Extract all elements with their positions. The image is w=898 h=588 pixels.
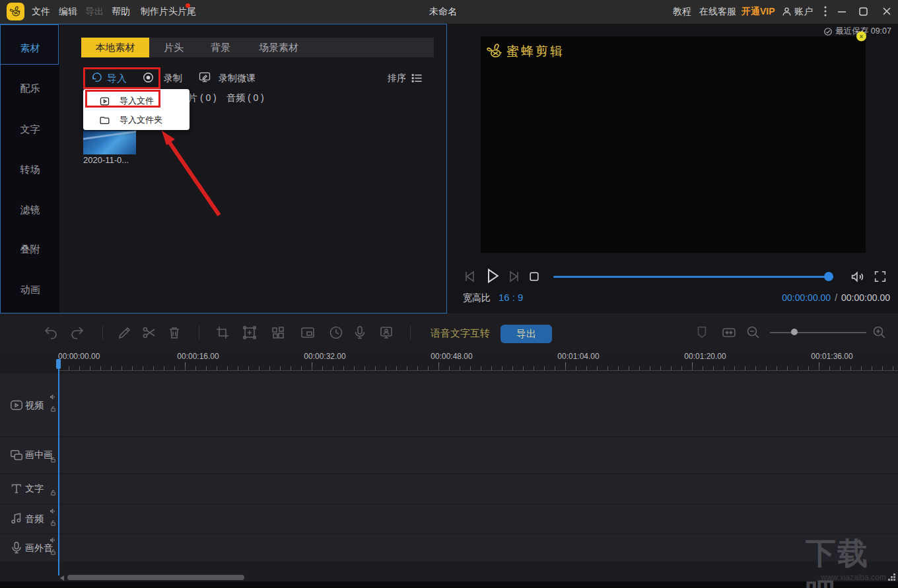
brand-watermark: 蜜蜂剪辑 xyxy=(486,42,565,60)
webcam-record-icon[interactable] xyxy=(378,325,394,341)
ruler-tick-label: 00:01:04.00 xyxy=(557,352,599,361)
resize-grip-icon[interactable] xyxy=(887,573,896,581)
horizontal-scrollbar[interactable] xyxy=(67,575,244,580)
aspect-ratio-label: 宽高比 xyxy=(463,292,491,303)
split-scissors-icon[interactable] xyxy=(141,325,157,341)
seek-bar[interactable] xyxy=(553,276,833,278)
track-text[interactable]: 文字 xyxy=(0,474,898,504)
close-window-button[interactable] xyxy=(882,7,891,16)
close-preview-overlay-button[interactable]: × xyxy=(856,32,866,42)
person-icon xyxy=(781,6,792,17)
current-time: 00:00:00.00 xyxy=(782,292,831,303)
aspect-ratio: 宽高比 16 : 9 xyxy=(463,292,523,304)
audio-track-icon xyxy=(9,511,24,526)
track-mute-icon[interactable] xyxy=(50,507,57,515)
maximize-button[interactable] xyxy=(859,7,868,16)
track-lock-icon[interactable] xyxy=(50,489,57,496)
text-track-icon xyxy=(9,482,24,496)
volume-icon[interactable] xyxy=(850,269,866,285)
voiceover-track-icon xyxy=(9,540,24,555)
ruler-tick-label: 00:00:16.00 xyxy=(177,352,219,361)
kebab-menu-icon[interactable] xyxy=(820,5,831,17)
timeline-zoom-handle[interactable] xyxy=(791,329,798,335)
next-frame-button[interactable] xyxy=(506,269,522,284)
video-track-icon xyxy=(9,398,24,412)
stop-button[interactable] xyxy=(528,270,541,283)
track-lock-icon[interactable] xyxy=(50,548,57,556)
play-button[interactable] xyxy=(482,266,502,286)
pip-track-icon xyxy=(9,448,24,463)
account-link[interactable]: 账户 xyxy=(794,6,813,18)
track-mute-icon[interactable] xyxy=(50,393,57,401)
mosaic-icon[interactable] xyxy=(270,325,286,341)
bee-icon xyxy=(486,42,504,60)
total-time: 00:00:00.00 xyxy=(841,292,890,303)
delete-trash-icon[interactable] xyxy=(166,325,182,341)
open-vip-link[interactable]: 开通VIP xyxy=(742,6,775,18)
preview-panel: 最近保存 09:07 蜜蜂剪辑 × xyxy=(447,24,898,313)
check-circle-icon xyxy=(823,27,833,36)
track-lock-icon[interactable] xyxy=(50,405,57,412)
ruler-tick-label: 00:01:36.00 xyxy=(811,352,852,361)
redo-icon[interactable] xyxy=(69,325,85,341)
timeline: 00:00:00.00 00:00:16.00 00:00:32.00 00:0… xyxy=(0,350,898,581)
playhead-line[interactable] xyxy=(58,360,59,575)
track-mute-icon[interactable] xyxy=(50,537,57,544)
timeline-zoom-slider[interactable] xyxy=(770,332,866,333)
annotation-arrow xyxy=(0,0,277,238)
track-video[interactable]: 视频 xyxy=(0,374,898,436)
voiceover-mic-icon[interactable] xyxy=(352,325,368,341)
pip-frame-icon[interactable] xyxy=(300,325,316,341)
ruler-tick-label: 00:00:00.00 xyxy=(58,352,100,361)
fullscreen-icon[interactable] xyxy=(873,269,887,284)
fit-timeline-icon[interactable] xyxy=(721,325,737,341)
export-button[interactable]: 导出 xyxy=(501,325,552,343)
app-window: 文件 编辑 导出 帮助 制作片头片尾 未命名 教程 在线客服 开通VIP 账户 xyxy=(0,0,898,588)
undo-icon[interactable] xyxy=(43,325,59,341)
scroll-left-arrow[interactable] xyxy=(60,575,64,581)
minimize-button[interactable] xyxy=(837,4,846,17)
track-audio[interactable]: 音频 xyxy=(0,505,898,533)
ruler-tick-label: 00:00:32.00 xyxy=(304,352,345,361)
track-pip[interactable]: 画中画 xyxy=(0,438,898,473)
ruler-tick-label: 00:00:48.00 xyxy=(431,352,472,361)
time-display: 00:00:00.00/00:00:00.00 xyxy=(782,292,890,303)
ruler-tick-label: 00:01:20.00 xyxy=(684,352,726,361)
crop-icon[interactable] xyxy=(215,325,230,341)
aspect-ratio-value[interactable]: 16 : 9 xyxy=(499,292,524,303)
playhead-handle[interactable] xyxy=(56,359,61,369)
sidebar-item-overlays[interactable]: 叠附 xyxy=(1,236,59,263)
sort-list-icon[interactable] xyxy=(411,72,423,84)
edit-toolbar: 语音文字互转 导出 xyxy=(0,313,898,350)
duration-clock-icon[interactable] xyxy=(328,325,344,341)
tutorial-link[interactable]: 教程 xyxy=(673,6,691,18)
bottom-edge xyxy=(0,581,898,588)
zoom-in-icon[interactable] xyxy=(872,325,887,341)
video-canvas[interactable]: 蜜蜂剪辑 xyxy=(481,36,866,253)
online-support-link[interactable]: 在线客服 xyxy=(699,6,736,18)
site-watermark-url: www.xiazaiba.com xyxy=(821,573,886,582)
track-lock-icon[interactable] xyxy=(50,456,57,463)
sidebar-item-animations[interactable]: 动画 xyxy=(1,277,59,303)
track-voiceover[interactable]: 画外音 xyxy=(0,535,898,562)
track-lock-icon[interactable] xyxy=(50,519,57,527)
zoom-out-icon[interactable] xyxy=(745,325,761,341)
sort-button[interactable]: 排序 xyxy=(388,73,406,84)
previous-frame-button[interactable] xyxy=(462,269,478,284)
zoom-frame-icon[interactable] xyxy=(242,325,258,341)
project-title: 未命名 xyxy=(429,6,457,18)
marker-shield-icon[interactable] xyxy=(695,325,710,341)
speech-text-convert-button[interactable]: 语音文字互转 xyxy=(431,327,490,340)
edit-pencil-icon[interactable] xyxy=(117,325,133,341)
seek-handle[interactable] xyxy=(824,272,833,281)
